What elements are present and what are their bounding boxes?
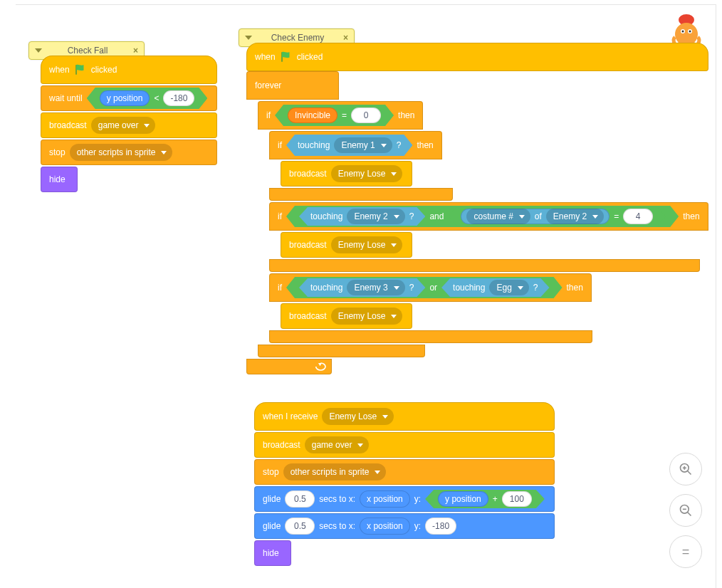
attribute-dropdown[interactable]: costume #	[466, 209, 530, 224]
and-operator[interactable]: touching Enemy 2 ? and costume # of	[286, 206, 679, 227]
touching-reporter[interactable]: touching Enemy 3 ?	[299, 278, 425, 297]
y-position-reporter[interactable]: y position	[438, 491, 488, 507]
number-input[interactable]: 0	[351, 107, 381, 123]
stop-dropdown[interactable]: other scripts in sprite	[283, 463, 387, 481]
broadcast-dropdown[interactable]: Enemy Lose	[331, 308, 403, 325]
caret-icon	[144, 124, 150, 127]
touching-reporter[interactable]: touching Egg ?	[441, 278, 549, 297]
plus-operator[interactable]: y position + 100	[425, 490, 545, 508]
text: <	[154, 93, 159, 103]
text: =	[682, 545, 690, 560]
touching-dropdown[interactable]: Enemy 3	[347, 280, 404, 295]
touching-dropdown[interactable]: Enemy 2	[347, 209, 404, 224]
svg-line-7	[688, 471, 691, 475]
text: touching	[298, 140, 330, 150]
sprite-dropdown[interactable]: Enemy 2	[546, 209, 604, 224]
caret-icon	[161, 151, 167, 154]
broadcast-block[interactable]: broadcast Enemy Lose	[281, 303, 412, 329]
x-position-reporter[interactable]: x position	[360, 518, 410, 535]
text: broadcast	[49, 120, 87, 130]
canvas-right-border	[716, 4, 716, 588]
x-position-reporter[interactable]: x position	[360, 490, 410, 508]
less-than-operator[interactable]: y position < -180	[87, 88, 208, 109]
number-input[interactable]: 100	[502, 491, 532, 507]
text: stop	[49, 147, 66, 157]
touching-dropdown[interactable]: Egg	[489, 280, 528, 295]
broadcast-block[interactable]: broadcast game over	[254, 432, 555, 458]
zoom-controls: =	[669, 453, 702, 568]
broadcast-dropdown[interactable]: game over	[91, 117, 156, 134]
text: clicked	[297, 52, 323, 62]
comment-label: Check Fall	[46, 46, 129, 56]
touching-dropdown[interactable]: Enemy 1	[334, 137, 392, 153]
green-flag-icon	[74, 63, 87, 76]
text: ?	[397, 140, 402, 150]
loop-arrow-icon	[315, 362, 329, 372]
text: then	[417, 140, 433, 150]
scratch-canvas[interactable]: Check Fall × when clicked wait until y p…	[0, 0, 722, 588]
glide-block[interactable]: glide 0.5 secs to x: x position y: -180	[254, 513, 555, 539]
stack-check-enemy[interactable]: when clicked forever if Invincible =	[246, 43, 708, 374]
green-flag-icon	[280, 51, 293, 63]
stack-check-fall[interactable]: when clicked wait until y position < -18…	[41, 56, 217, 192]
comment-close-icon[interactable]: ×	[343, 33, 348, 43]
text: if	[278, 140, 282, 150]
y-position-reporter[interactable]: y position	[100, 90, 150, 106]
or-operator[interactable]: touching Enemy 3 ? or touching Egg ?	[286, 277, 563, 298]
text: clicked	[91, 65, 117, 75]
number-input[interactable]: -180	[425, 518, 456, 535]
stop-block[interactable]: stop other scripts in sprite	[41, 140, 217, 165]
number-input[interactable]: 0.5	[285, 490, 315, 508]
broadcast-dropdown[interactable]: Enemy Lose	[331, 236, 403, 253]
wait-until-block[interactable]: wait until y position < -180	[41, 85, 217, 111]
number-input[interactable]: 0.5	[285, 518, 315, 535]
touching-reporter[interactable]: touching Enemy 1 ?	[286, 135, 412, 156]
if-block[interactable]: if touching Enemy 2 ? and	[269, 202, 708, 272]
text: hide	[49, 174, 66, 184]
text: wait until	[49, 93, 83, 103]
broadcast-block[interactable]: broadcast Enemy Lose	[281, 161, 412, 187]
if-block[interactable]: if touching Enemy 3 ? or tou	[269, 273, 708, 343]
when-receive-block[interactable]: when I receive Enemy Lose	[254, 402, 555, 431]
svg-line-11	[688, 513, 691, 516]
forever-block[interactable]: forever if Invincible = 0 then	[246, 71, 708, 374]
text: then	[398, 110, 414, 120]
canvas-top-border	[16, 4, 716, 5]
stop-block[interactable]: stop other scripts in sprite	[254, 459, 555, 485]
when-flag-clicked-block[interactable]: when clicked	[41, 56, 217, 84]
svg-point-5	[689, 31, 691, 33]
comment-label: Check Enemy	[256, 33, 339, 43]
comment-close-icon[interactable]: ×	[133, 46, 138, 56]
when-flag-clicked-block[interactable]: when clicked	[246, 43, 708, 71]
broadcast-block[interactable]: broadcast game over	[41, 112, 217, 138]
svg-point-3	[682, 31, 684, 33]
text: when	[49, 65, 70, 75]
text: when	[255, 52, 276, 62]
broadcast-block[interactable]: broadcast Enemy Lose	[281, 232, 412, 258]
stop-dropdown[interactable]: other scripts in sprite	[70, 144, 173, 161]
text: =	[342, 110, 347, 120]
broadcast-dropdown[interactable]: Enemy Lose	[331, 165, 403, 182]
zoom-in-button[interactable]	[669, 453, 702, 485]
broadcast-dropdown[interactable]: game over	[305, 436, 370, 453]
glide-block[interactable]: glide 0.5 secs to x: x position y: y pos…	[254, 486, 555, 512]
number-input[interactable]: 4	[623, 209, 653, 224]
of-reporter[interactable]: costume # of Enemy 2	[461, 209, 609, 224]
stack-enemy-lose[interactable]: when I receive Enemy Lose broadcast game…	[254, 402, 555, 566]
number-input[interactable]: -180	[163, 90, 194, 106]
zoom-out-button[interactable]	[669, 494, 702, 527]
touching-reporter[interactable]: touching Enemy 2 ?	[299, 207, 425, 226]
hide-block[interactable]: hide	[254, 540, 291, 566]
hide-block[interactable]: hide	[41, 167, 78, 192]
message-dropdown[interactable]: Enemy Lose	[322, 408, 394, 425]
comment-collapse-icon[interactable]	[245, 36, 252, 40]
equals-operator[interactable]: costume # of Enemy 2 = 4	[448, 207, 666, 226]
if-block[interactable]: if Invincible = 0 then if	[258, 101, 708, 357]
zoom-reset-button[interactable]: =	[669, 535, 702, 568]
comment-collapse-icon[interactable]	[35, 48, 42, 53]
if-block[interactable]: if touching Enemy 1 ? then broa	[269, 131, 708, 201]
equals-operator[interactable]: Invincible = 0	[275, 105, 394, 126]
text: if	[266, 110, 271, 120]
variable-reporter[interactable]: Invincible	[288, 107, 338, 123]
text: forever	[255, 80, 281, 90]
